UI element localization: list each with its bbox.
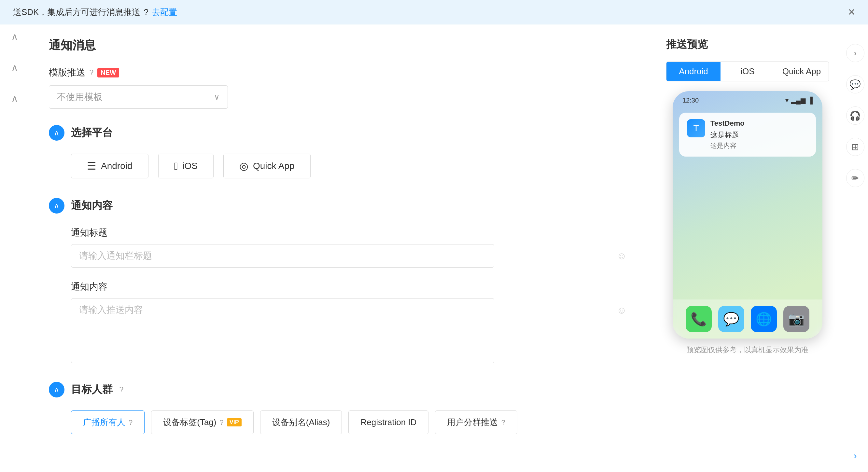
audience-alias-label: 设备别名(Alias): [272, 417, 330, 428]
right-sidebar-arrow-icon[interactable]: ›: [846, 44, 864, 62]
phone-time: 12:30: [682, 97, 699, 104]
audience-alias-button[interactable]: 设备别名(Alias): [260, 410, 342, 434]
main-layout: ∧ ∧ ∧ 通知消息 模版推送 ? NEW 不使用模板 ∨ ∧ 选择平台: [0, 24, 868, 472]
sidebar-arrow-3[interactable]: ∧: [11, 93, 18, 104]
audience-broadcast-button[interactable]: 广播所有人 ?: [71, 410, 145, 434]
audience-tag-button[interactable]: 设备标签(Tag) ? VIP: [151, 410, 254, 434]
audience-usergroup-button[interactable]: 用户分群推送 ?: [435, 410, 517, 434]
headset-icon[interactable]: 🎧: [846, 106, 864, 125]
platform-quickapp-label: Quick App: [253, 161, 294, 171]
quickapp-icon: ◎: [239, 160, 248, 172]
notification-preview-title: 这是标题: [710, 130, 808, 140]
wifi-icon: ▾: [785, 96, 788, 104]
sidebar-arrow-2[interactable]: ∧: [11, 62, 18, 73]
phone-status-bar: 12:30 ▾ ▂▄▆ ▐: [673, 91, 823, 109]
template-select-dropdown[interactable]: 不使用模板 ∨: [49, 85, 228, 109]
audience-usergroup-label: 用户分群推送: [447, 417, 498, 428]
notification-card: T TestDemo 这是标题 这是内容: [679, 113, 816, 157]
target-circle-icon: ∧: [49, 382, 64, 398]
platform-buttons: ☰ Android  iOS ◎ Quick App: [71, 154, 633, 178]
platform-section: ∧ 选择平台 ☰ Android  iOS ◎ Quick App: [49, 125, 633, 178]
audience-buttons: 广播所有人 ? 设备标签(Tag) ? VIP 设备别名(Alias) Regi…: [71, 410, 633, 434]
apple-icon: : [174, 160, 178, 172]
layout-icon[interactable]: ⊞: [846, 138, 864, 156]
content-field-wrapper: ☺: [71, 298, 633, 366]
chat-icon[interactable]: 💬: [846, 75, 864, 93]
platform-android-button[interactable]: ☰ Android: [71, 154, 149, 178]
template-label: 模版推送 ? NEW: [49, 66, 633, 79]
platform-circle-icon: ∧: [49, 125, 64, 140]
vip-badge: VIP: [227, 418, 242, 427]
top-bar-configure-link[interactable]: 去配置: [152, 6, 177, 18]
dock-camera-icon: 📷: [783, 306, 809, 332]
preview-panel: 推送预览 Android iOS Quick App 12:30 ▾ ▂▄▆ ▐: [653, 24, 842, 472]
broadcast-help-icon[interactable]: ?: [129, 418, 132, 427]
content-area: 通知消息 模版推送 ? NEW 不使用模板 ∨ ∧ 选择平台 ☰ Androi: [29, 24, 653, 472]
title-field-label: 通知标题: [71, 226, 633, 239]
sidebar-arrow-1[interactable]: ∧: [11, 31, 18, 42]
top-bar-left: 送SDK，集成后方可进行消息推送 ? 去配置: [13, 6, 177, 18]
close-icon[interactable]: ×: [848, 5, 855, 19]
phone-dock: 📞 💬 🌐 📷: [673, 300, 823, 339]
android-icon: ☰: [87, 160, 96, 172]
dock-phone-icon: 📞: [686, 306, 712, 332]
audience-registration-label: Registration ID: [361, 417, 416, 428]
content-field-label: 通知内容: [71, 281, 633, 293]
top-bar-text: 送SDK，集成后方可进行消息推送: [13, 6, 140, 18]
left-sidebar: ∧ ∧ ∧: [0, 24, 29, 472]
template-label-text: 模版推送: [49, 66, 85, 79]
chevron-down-icon: ∨: [214, 92, 220, 101]
phone-status-icons: ▾ ▂▄▆ ▐: [785, 96, 813, 104]
edit-icon[interactable]: ✏: [846, 169, 864, 187]
right-sidebar: › 💬 🎧 ⊞ ✏ ›: [842, 24, 868, 472]
app-icon-letter: T: [693, 123, 699, 133]
signal-icon: ▂▄▆: [791, 96, 805, 104]
preview-title: 推送预览: [666, 37, 829, 52]
platform-ios-button[interactable]:  iOS: [158, 154, 214, 178]
top-bar-help-icon: ?: [144, 7, 148, 17]
platform-android-label: Android: [101, 161, 132, 171]
template-section: 模版推送 ? NEW 不使用模板 ∨: [49, 66, 633, 109]
preview-tab-quickapp[interactable]: Quick App: [775, 62, 829, 81]
preview-note: 预览图仅供参考，以真机显示效果为准: [666, 345, 829, 355]
preview-tab-ios[interactable]: iOS: [720, 62, 775, 81]
notification-content-input[interactable]: [71, 298, 494, 363]
new-badge: NEW: [97, 68, 119, 77]
page-title: 通知消息: [49, 37, 633, 53]
top-notification-bar: 送SDK，集成后方可进行消息推送 ? 去配置 ×: [0, 0, 868, 24]
notification-app-name: TestDemo: [710, 119, 808, 128]
notification-title-input[interactable]: [71, 244, 494, 268]
template-help-icon[interactable]: ?: [89, 68, 93, 77]
preview-tab-android[interactable]: Android: [666, 62, 720, 81]
audience-tag-label: 设备标签(Tag): [163, 417, 216, 428]
notification-content-header: ∧ 通知内容: [49, 198, 633, 214]
preview-tabs: Android iOS Quick App: [666, 62, 829, 82]
platform-section-title: 选择平台: [71, 126, 113, 140]
notification-content-title: 通知内容: [71, 198, 113, 213]
title-field-wrapper: ☺: [71, 244, 633, 268]
app-icon: T: [687, 119, 705, 137]
target-help-icon[interactable]: ?: [119, 385, 123, 394]
battery-icon: ▐: [808, 97, 813, 104]
template-select-placeholder: 不使用模板: [57, 91, 102, 103]
content-emoji-icon[interactable]: ☺: [617, 305, 627, 316]
tag-help-icon[interactable]: ?: [220, 418, 224, 427]
title-emoji-icon[interactable]: ☺: [617, 250, 627, 261]
audience-registration-button[interactable]: Registration ID: [348, 410, 429, 434]
platform-quickapp-button[interactable]: ◎ Quick App: [223, 154, 311, 178]
notification-content-section: ∧ 通知内容 通知标题 ☺ 通知内容 ☺: [49, 198, 633, 366]
notification-content-preview: TestDemo 这是标题 这是内容: [710, 119, 808, 150]
usergroup-help-icon[interactable]: ?: [501, 418, 505, 427]
notification-preview-body: 这是内容: [710, 141, 808, 150]
dock-safari-icon: 🌐: [751, 306, 777, 332]
target-audience-section: ∧ 目标人群 ? 广播所有人 ? 设备标签(Tag) ? VIP 设备别名(Al…: [49, 382, 633, 434]
platform-ios-label: iOS: [182, 161, 198, 171]
bottom-expand-icon[interactable]: ›: [854, 450, 857, 461]
audience-broadcast-label: 广播所有人: [83, 417, 125, 428]
target-section-header: ∧ 目标人群 ?: [49, 382, 633, 398]
platform-section-header: ∧ 选择平台: [49, 125, 633, 140]
dock-message-icon: 💬: [718, 306, 744, 332]
phone-mockup: 12:30 ▾ ▂▄▆ ▐ T TestDemo 这是标题 这是内容: [673, 91, 823, 339]
target-section-title: 目标人群: [71, 382, 113, 397]
notification-circle-icon: ∧: [49, 198, 64, 214]
